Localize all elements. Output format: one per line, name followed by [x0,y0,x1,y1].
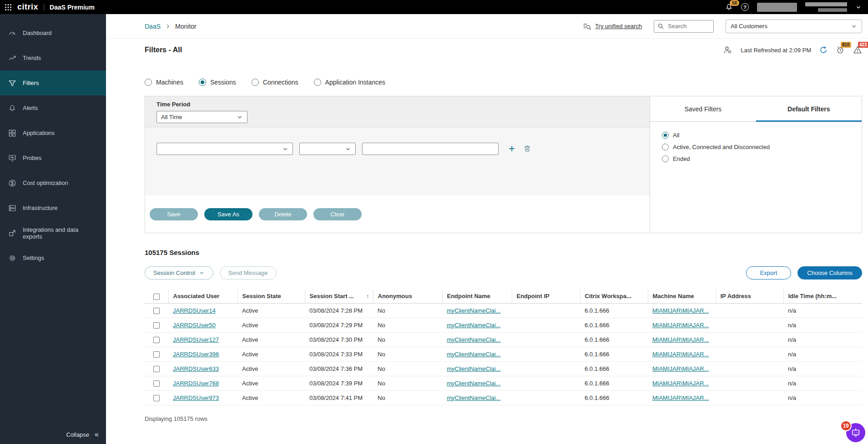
default-filter-all[interactable]: All [662,132,862,139]
sidebar-item-trends[interactable]: Trends [0,45,106,70]
associated-user-link[interactable]: JARRDSUser50 [173,322,216,329]
page-header-row: Filters - All Last Refreshed at 2:09 PM … [106,39,868,61]
row-checkbox[interactable] [153,351,160,358]
select-all-checkbox[interactable] [153,294,160,300]
try-unified-search-link[interactable]: Try unified search [582,22,642,30]
filter-type-machines[interactable]: Machines [145,79,183,86]
row-checkbox[interactable] [153,366,160,372]
session-control-button[interactable]: Session Control [145,266,213,279]
endpoint-name-link[interactable]: myClientNameClai... [447,322,500,329]
col-endpoint-name[interactable]: Endpoint Name [442,289,512,303]
machine-name-link[interactable]: MIAMIJAR\MIAJAR... [652,394,709,401]
session-start-cell: 03/08/2024 7:28 PM [305,303,373,318]
col-machine-name[interactable]: Machine Name [648,289,716,303]
col-endpoint-ip[interactable]: Endpoint IP [512,289,580,303]
choose-columns-button[interactable]: Choose Columns [797,266,862,279]
machine-name-link[interactable]: MIAMIJAR\MIAJAR... [652,380,709,387]
filter-field-select[interactable] [156,143,293,155]
sidebar-item-integrations[interactable]: Integrations and data exports [0,220,106,245]
associated-user-link[interactable]: JARRDSUser127 [173,336,219,343]
col-citrix-workspace[interactable]: Citrix Workspa... [580,289,648,303]
endpoint-name-link[interactable]: myClientNameClai... [447,351,500,358]
associated-user-link[interactable]: JARRDSUser633 [173,365,219,372]
endpoint-name-link[interactable]: myClientNameClai... [447,380,500,387]
filter-value-input[interactable] [362,143,499,155]
associated-user-link[interactable]: JARRDSUser768 [173,380,219,387]
warnings-icon[interactable]: 423 [853,45,862,55]
col-session-state[interactable]: Session State [237,289,305,303]
machine-name-link[interactable]: MIAMIJAR\MIAJAR... [652,336,709,343]
col-anonymous[interactable]: Anonymous [373,289,442,303]
anonymous-cell: No [373,332,442,347]
alarms-icon[interactable]: 810 [836,45,845,55]
row-checkbox[interactable] [153,322,160,329]
clear-button[interactable]: Clear [313,208,362,220]
user-settings-icon[interactable] [723,45,732,55]
col-ip-address[interactable]: IP Address [716,289,783,303]
row-checkbox[interactable] [153,308,160,314]
add-condition-icon[interactable]: + [509,144,515,154]
sidebar-item-infrastructure[interactable]: Infrastructure [0,195,106,220]
session-start-cell: 03/08/2024 7:41 PM [305,390,373,405]
sidebar-item-settings[interactable]: Settings [0,245,106,270]
endpoint-name-link[interactable]: myClientNameClai... [447,336,500,343]
delete-condition-icon[interactable] [523,145,531,153]
default-filter-ended[interactable]: Ended [662,155,862,162]
associated-user-link[interactable]: JARRDSUser973 [173,394,219,401]
app-launcher-icon[interactable] [5,4,12,11]
col-idle-time[interactable]: Idle Time (hh:m... [783,289,862,303]
filter-type-sessions[interactable]: Sessions [199,79,236,86]
machine-name-link[interactable]: MIAMIJAR\MIAJAR... [652,351,709,358]
sidebar-collapse-button[interactable]: Collapse « [0,430,106,444]
sidebar-item-filters[interactable]: Filters [0,70,106,95]
notifications-bell-icon[interactable]: 58 [725,3,733,11]
export-button[interactable]: Export [746,266,792,279]
row-checkbox[interactable] [153,380,160,387]
machine-name-link[interactable]: MIAMIJAR\MIAJAR... [652,307,709,314]
machine-name-link[interactable]: MIAMIJAR\MIAJAR... [652,365,709,372]
col-session-start[interactable]: ↑Session Start ... [305,289,373,303]
row-checkbox[interactable] [153,395,160,401]
filter-operator-select[interactable] [299,143,356,155]
save-button[interactable]: Save [150,208,198,220]
idle-time-cell: n/a [783,303,862,318]
time-period-select[interactable]: All Time [156,111,247,123]
delete-button[interactable]: Delete [259,208,307,220]
redacted-account-block [757,3,797,12]
associated-user-link[interactable]: JARRDSUser14 [173,307,216,314]
sidebar-item-label: Infrastructure [23,205,58,211]
col-associated-user[interactable]: Associated User [168,289,237,303]
sidebar-item-label: Settings [23,254,44,261]
help-icon[interactable]: ? [741,3,749,11]
filters-panel-tabs: Saved Filters Default Filters [650,96,862,122]
top-bar: citrix DaaS Premium 58 ? [0,0,868,14]
sidebar-item-label: Integrations and data exports [23,226,98,240]
sidebar-item-dashboard[interactable]: Dashboard [0,20,106,45]
filter-type-application-instances[interactable]: Application Instances [314,79,385,86]
machine-name-link[interactable]: MIAMIJAR\MIAJAR... [652,322,709,329]
endpoint-name-link[interactable]: myClientNameClai... [447,365,500,372]
default-filter-active-connected-disconnected[interactable]: Active, Connected and Disconnected [662,144,862,150]
row-checkbox[interactable] [153,337,160,343]
sort-ascending-icon[interactable]: ↑ [366,293,369,299]
idle-time-cell: n/a [783,318,862,332]
filter-type-connections[interactable]: Connections [252,79,298,86]
tab-default-filters[interactable]: Default Filters [756,96,862,121]
session-start-cell: 03/08/2024 7:29 PM [305,318,373,332]
breadcrumb-daas-link[interactable]: DaaS [145,23,161,30]
radio-icon [662,155,669,162]
sidebar-item-probes[interactable]: Probes [0,145,106,170]
customer-select[interactable]: All Customers [726,20,862,33]
endpoint-name-link[interactable]: myClientNameClai... [447,307,500,314]
save-as-button[interactable]: Save As [204,208,252,220]
account-chevron-down-icon[interactable] [855,4,862,10]
sidebar-item-cost-optimization[interactable]: Cost optimization [0,170,106,195]
endpoint-name-link[interactable]: myClientNameClai... [447,394,500,401]
sidebar-nav: Dashboard Trends Filters Alerts Applicat… [0,14,106,444]
send-message-button[interactable]: Send Message [220,266,277,279]
sidebar-item-applications[interactable]: Applications [0,120,106,145]
sidebar-item-alerts[interactable]: Alerts [0,95,106,120]
refresh-icon[interactable] [819,46,828,54]
associated-user-link[interactable]: JARRDSUser396 [173,351,219,358]
tab-saved-filters[interactable]: Saved Filters [650,96,756,121]
